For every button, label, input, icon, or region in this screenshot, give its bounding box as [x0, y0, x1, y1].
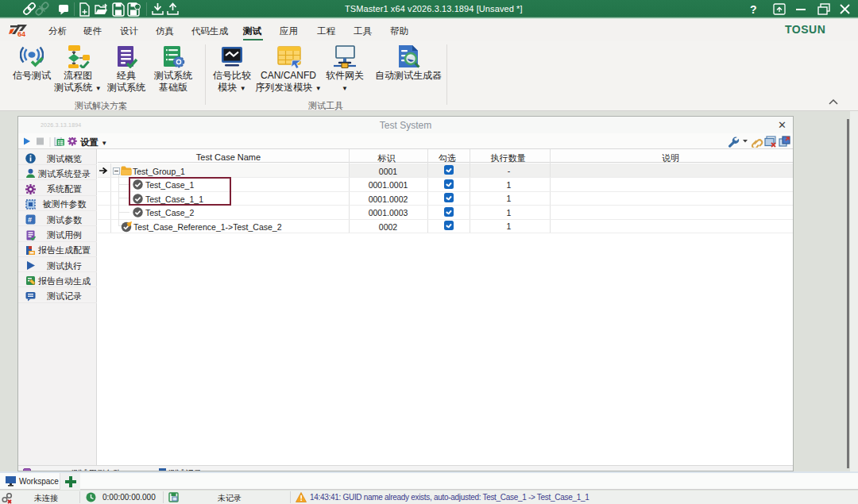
svg-text:64: 64 — [17, 30, 25, 38]
svg-text:?: ? — [750, 3, 757, 16]
svg-text:#: # — [28, 216, 32, 224]
